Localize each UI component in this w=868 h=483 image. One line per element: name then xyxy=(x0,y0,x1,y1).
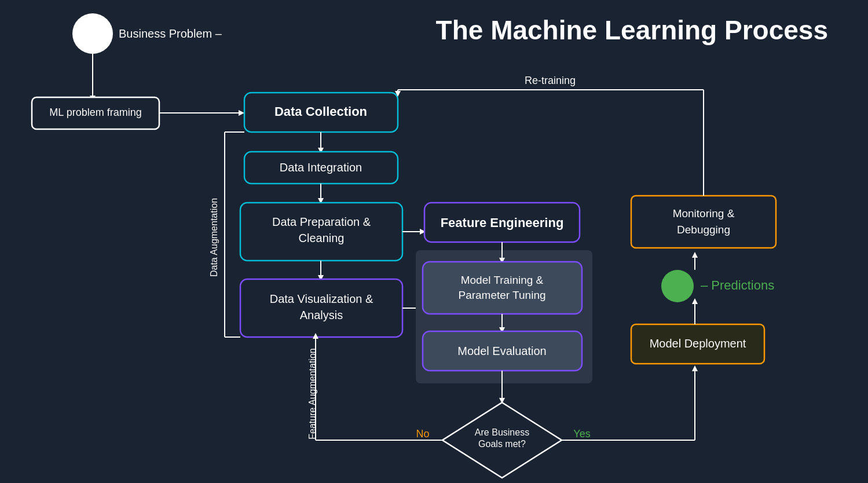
retraining-label: Re-training xyxy=(525,75,576,86)
goals-line1: Are Business xyxy=(475,427,529,437)
business-problem-label: Business Problem – xyxy=(119,27,222,40)
data-viz-box xyxy=(240,279,402,337)
data-prep-line2: Cleaning xyxy=(299,232,345,244)
data-collection-label: Data Collection xyxy=(274,104,367,119)
monitoring-line2: Debugging xyxy=(677,224,730,236)
model-evaluation-label: Model Evaluation xyxy=(457,345,546,357)
business-problem-circle xyxy=(72,13,113,54)
feature-engineering-label: Feature Engineering xyxy=(441,215,564,230)
no-label: No xyxy=(416,428,429,440)
model-training-line2: Parameter Tuning xyxy=(458,289,545,301)
goals-line2: Goals met? xyxy=(478,439,526,449)
yes-label: Yes xyxy=(573,428,590,440)
model-training-line1: Model Training & xyxy=(461,274,544,286)
monitoring-line1: Monitoring & xyxy=(673,207,735,219)
ml-problem-framing-label: ML problem framing xyxy=(49,107,141,118)
predictions-label: – Predictions xyxy=(701,278,774,292)
data-integration-label: Data Integration xyxy=(280,161,362,174)
model-deployment-label: Model Deployment xyxy=(650,337,746,350)
main-title: The Machine Learning Process xyxy=(436,15,828,45)
predictions-circle xyxy=(661,270,694,302)
data-augmentation-label: Data Augmentation xyxy=(209,198,219,277)
data-prep-line1: Data Preparation & xyxy=(272,215,371,228)
feature-augmentation-label: Feature Augmentation xyxy=(307,348,317,439)
monitoring-box xyxy=(631,196,776,248)
model-training-box xyxy=(423,262,582,314)
data-viz-line2: Analysis xyxy=(300,309,343,321)
data-viz-line1: Data Visualization & xyxy=(270,292,373,305)
